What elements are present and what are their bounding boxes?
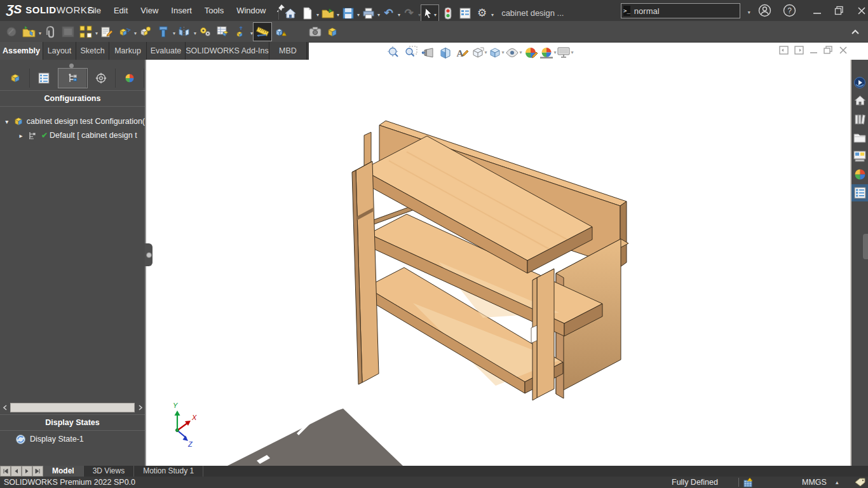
view-orientation-icon[interactable]: [471, 44, 488, 60]
tab-solidworks-add-ins[interactable]: SOLIDWORKS Add-Ins: [186, 42, 269, 60]
tab-markup[interactable]: Markup: [109, 42, 147, 60]
new-motion-study-icon[interactable]: [196, 23, 214, 41]
minimize-button[interactable]: [808, 3, 825, 18]
view-settings-icon[interactable]: [557, 44, 574, 60]
menu-view[interactable]: View: [134, 0, 165, 21]
tab-mbd[interactable]: MBD: [269, 42, 307, 60]
panel-horizontal-scrollbar[interactable]: [0, 402, 145, 413]
print-button[interactable]: [360, 5, 377, 21]
first-tab-icon[interactable]: [0, 466, 11, 477]
tab-display-manager[interactable]: [116, 69, 144, 88]
performance-icon[interactable]: [743, 477, 754, 487]
search-dropdown[interactable]: [747, 5, 750, 17]
scroll-right-icon[interactable]: [135, 403, 145, 412]
isolate-icon[interactable]: [324, 23, 342, 41]
config-tree-default[interactable]: ▸ ✔ Default [ cabinet design t: [3, 128, 145, 142]
file-explorer-icon[interactable]: [851, 129, 868, 146]
pane-left-icon[interactable]: [779, 46, 789, 55]
display-style-icon[interactable]: [488, 44, 505, 60]
expanded-arrow-icon[interactable]: ▾: [3, 118, 11, 125]
tag-icon[interactable]: [855, 478, 865, 487]
menu-window[interactable]: Window: [230, 0, 272, 21]
pane-right-icon[interactable]: [794, 46, 804, 55]
insert-components-icon[interactable]: [20, 23, 38, 41]
panel-splitter-dot[interactable]: [69, 64, 74, 68]
toolbar-collapse-icon[interactable]: [846, 23, 864, 41]
menu-tools[interactable]: Tools: [198, 0, 230, 21]
show-hidden-components-icon[interactable]: [137, 23, 154, 41]
measure-icon[interactable]: [253, 22, 272, 41]
tab-property-manager[interactable]: [30, 69, 58, 88]
select-tool-button[interactable]: [421, 4, 439, 22]
tab-feature-manager[interactable]: [1, 69, 30, 88]
graphics-viewport[interactable]: Y X Z: [147, 60, 850, 466]
tab-configuration-manager[interactable]: [58, 69, 87, 88]
restore-button[interactable]: [831, 3, 848, 18]
appearances-scenes-icon[interactable]: [851, 166, 868, 183]
3dexperience-icon[interactable]: [851, 74, 868, 91]
next-tab-icon[interactable]: [22, 466, 32, 477]
mirror-components-icon[interactable]: [175, 23, 193, 41]
config-tree-root[interactable]: ▾ cabinet design test Configuration(: [3, 114, 145, 128]
interference-detection-icon[interactable]: !: [272, 23, 290, 41]
menu-insert[interactable]: Insert: [165, 0, 198, 21]
annotation-views-icon[interactable]: A: [454, 44, 471, 60]
scroll-left-icon[interactable]: [0, 403, 10, 412]
file-properties-button[interactable]: [456, 5, 473, 21]
taskpane-handle[interactable]: [863, 234, 868, 259]
tab-evaluate[interactable]: Evaluate: [147, 42, 186, 60]
new-file-button[interactable]: [299, 5, 316, 21]
units-caret-icon[interactable]: ▴: [836, 477, 839, 487]
rebuild-button[interactable]: [439, 5, 456, 21]
units-text[interactable]: MMGS: [802, 477, 827, 487]
options-button[interactable]: ⚙: [473, 5, 491, 21]
menu-file[interactable]: File: [81, 0, 107, 21]
take-snapshot-icon[interactable]: [306, 23, 324, 41]
zoom-to-fit-icon[interactable]: [385, 44, 402, 60]
tab-motion-study-1[interactable]: Motion Study 1: [134, 466, 203, 477]
viewport-minimize-icon[interactable]: [810, 46, 818, 55]
menu-edit[interactable]: Edit: [107, 0, 134, 21]
open-file-button[interactable]: [319, 5, 336, 21]
mate-icon[interactable]: [41, 23, 59, 41]
collapsed-arrow-icon[interactable]: ▸: [17, 132, 25, 139]
bill-of-materials-icon[interactable]: [214, 23, 232, 41]
previous-view-icon[interactable]: [419, 44, 437, 60]
previous-tab-icon[interactable]: [11, 466, 22, 477]
search-input[interactable]: [633, 6, 747, 17]
custom-properties-icon[interactable]: [851, 184, 868, 201]
assembly-features-icon[interactable]: [154, 23, 172, 41]
tab-sketch[interactable]: Sketch: [76, 42, 109, 60]
tab-layout[interactable]: Layout: [43, 42, 76, 60]
undo-button[interactable]: ↶: [380, 5, 397, 21]
move-component-icon[interactable]: [116, 23, 133, 41]
section-view-icon[interactable]: [437, 44, 454, 60]
cabinet-model[interactable]: [352, 121, 628, 400]
tab-3d-views[interactable]: 3D Views: [84, 466, 134, 477]
exploded-view-icon[interactable]: [232, 23, 250, 41]
last-tab-icon[interactable]: [32, 466, 43, 477]
display-state-item[interactable]: Display State-1: [0, 432, 145, 446]
viewport-restore-icon[interactable]: [824, 46, 833, 55]
help-icon[interactable]: ?: [781, 3, 798, 18]
home-button[interactable]: [281, 5, 299, 21]
view-palette-icon[interactable]: [851, 147, 868, 165]
select-tool-dropdown[interactable]: [433, 8, 437, 19]
apply-scene-icon[interactable]: [539, 44, 557, 60]
edit-appearance-icon[interactable]: [522, 44, 539, 60]
save-button[interactable]: [339, 5, 356, 21]
tab-dimxpert-manager[interactable]: [87, 69, 116, 88]
hide-show-items-icon[interactable]: [505, 44, 522, 60]
search-box[interactable]: >_: [621, 3, 740, 18]
user-account-icon[interactable]: [756, 3, 773, 18]
tab-assembly[interactable]: Assembly: [0, 42, 43, 60]
zoom-to-area-icon[interactable]: [402, 44, 419, 60]
scrollbar-track[interactable]: [10, 403, 135, 412]
viewport-close-icon[interactable]: [839, 46, 848, 55]
options-dropdown[interactable]: [491, 8, 494, 19]
design-library-icon[interactable]: [851, 111, 868, 128]
tab-model[interactable]: Model: [43, 466, 84, 477]
close-button[interactable]: [853, 3, 868, 18]
linear-component-pattern-icon[interactable]: [77, 23, 95, 41]
taskpane-home-icon[interactable]: [851, 92, 868, 109]
